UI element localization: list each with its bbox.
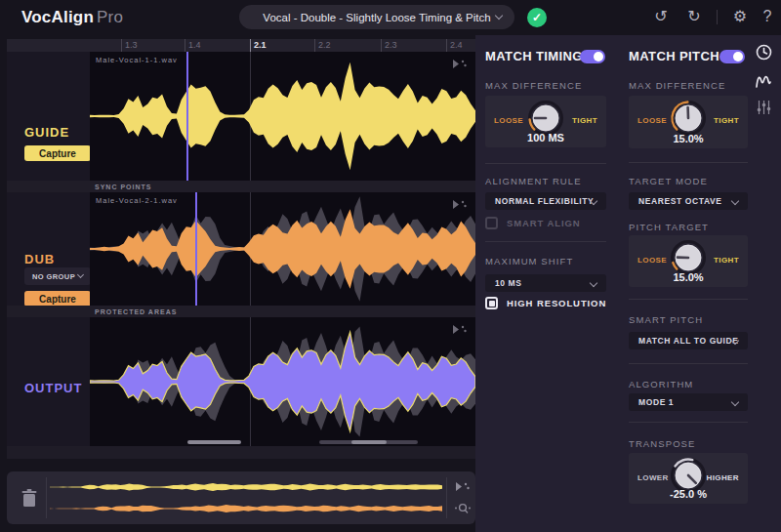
timeline-tick <box>250 39 251 52</box>
preset-dropdown[interactable]: Vocal - Double - Slightly Loose Timing &… <box>239 5 514 29</box>
loose-label: LOOSE <box>494 116 523 125</box>
timeline-tick <box>121 39 122 52</box>
timeline-tick-label: 2.1 <box>254 40 267 50</box>
target-mode-value: NEAREST OCTAVE <box>638 196 722 206</box>
dub-capture-button[interactable]: Capture <box>24 291 91 307</box>
guide-file-name: Male-Vocal-1-1.wav <box>96 56 178 64</box>
target-mode-label: TARGET MODE <box>629 176 708 186</box>
smart-pitch-value: MATCH ALL TO GUIDE <box>638 336 739 346</box>
knob-value: 15.0% <box>629 133 748 144</box>
chevron-down-icon <box>590 279 597 287</box>
overview-marker-icon[interactable] <box>455 480 471 493</box>
maximum-shift-dropdown[interactable]: 10 MS <box>485 274 606 292</box>
redo-button[interactable]: ↻ <box>683 7 705 26</box>
trash-icon[interactable] <box>20 488 39 509</box>
sliders-icon[interactable] <box>757 100 771 115</box>
pitch-max-difference-knob[interactable]: LOOSE TIGHT 15.0% <box>629 96 748 148</box>
loose-label: LOOSE <box>637 256 667 265</box>
timeline-tick-label: 2.3 <box>385 40 397 50</box>
smart-pitch-dropdown[interactable]: MATCH ALL TO GUIDE <box>629 332 748 349</box>
waveform-editor[interactable]: Male-Vocal-1-1.wav Male-Vocal-2-1.wav <box>90 52 475 446</box>
dub-waveform <box>90 192 475 306</box>
pitch-max-difference-label: MAX DIFFERENCE <box>629 80 725 91</box>
match-pitch-title: MATCH PITCH <box>629 49 719 63</box>
guide-track-label: GUIDE <box>24 125 69 140</box>
smart-pitch-label: SMART PITCH <box>629 314 703 325</box>
dub-group-dropdown[interactable]: NO GROUP <box>24 267 91 285</box>
horizontal-scrollbar-right[interactable] <box>319 440 418 444</box>
pitch-target-knob[interactable]: LOOSE TIGHT 15.0% <box>629 235 748 287</box>
top-bar: VocAlignPro Vocal - Double - Slightly Lo… <box>0 0 781 35</box>
timeline-ruler[interactable]: 1.31.42.12.22.32.4 <box>7 39 475 52</box>
alignment-rule-label: ALIGNMENT RULE <box>485 176 582 186</box>
undo-icon: ↺ <box>654 8 667 24</box>
guide-playhead[interactable] <box>186 52 188 181</box>
logo-primary: VocAlign <box>21 8 94 26</box>
timeline-tick-label: 2.4 <box>450 40 463 50</box>
track-label-column: GUIDE Capture DUB NO GROUP Capture OUTPU… <box>7 52 90 446</box>
settings-button[interactable]: ⚙ <box>729 7 751 26</box>
guide-track-options-icon[interactable] <box>452 58 468 70</box>
protected-areas-strip[interactable]: PROTECTED AREAS <box>7 306 475 317</box>
checkbox-icon <box>485 217 498 229</box>
sync-points-strip[interactable]: SYNC POINTS <box>7 181 475 192</box>
protected-areas-label: PROTECTED AREAS <box>95 308 177 315</box>
overview-zoom-icon[interactable] <box>454 502 472 515</box>
smart-align-checkbox[interactable]: SMART ALIGN <box>485 217 581 229</box>
algorithm-dropdown[interactable]: MODE 1 <box>629 393 748 411</box>
timeline-tick <box>185 39 185 52</box>
overview-guide-waveform[interactable] <box>50 477 442 497</box>
overview-panel <box>7 471 475 524</box>
pitch-curve-icon[interactable] <box>755 72 772 89</box>
overview-dub-waveform[interactable] <box>50 499 442 518</box>
dub-track-options-icon[interactable] <box>452 198 468 211</box>
history-clock-icon[interactable] <box>756 44 772 61</box>
alignment-rule-dropdown[interactable]: NORMAL FLEXIBILITY <box>485 192 606 210</box>
output-waveform <box>90 317 475 446</box>
chevron-down-icon <box>731 398 739 406</box>
chevron-down-icon <box>495 12 503 20</box>
sync-points-label: SYNC POINTS <box>95 184 151 190</box>
dub-group-value: NO GROUP <box>32 272 75 281</box>
overview-separator <box>446 477 447 518</box>
dub-playhead[interactable] <box>195 192 197 306</box>
overview-separator <box>46 477 47 518</box>
match-pitch-toggle[interactable] <box>719 50 745 63</box>
maximum-shift-label: MAXIMUM SHIFT <box>485 256 573 266</box>
section-divider <box>629 363 748 364</box>
app-logo: VocAlignPro <box>21 8 123 27</box>
toolbar-divider <box>717 10 718 24</box>
output-track-options-icon[interactable] <box>452 323 468 336</box>
transpose-label: TRANSPOSE <box>629 438 696 449</box>
high-resolution-label: HIGH RESOLUTION <box>507 298 606 308</box>
section-divider <box>485 163 606 164</box>
match-timing-title: MATCH TIMING <box>485 49 583 63</box>
tight-label: TIGHT <box>714 116 739 125</box>
timing-max-difference-label: MAX DIFFERENCE <box>485 80 582 91</box>
smart-align-label: SMART ALIGN <box>507 218 581 228</box>
chevron-down-icon <box>77 271 84 278</box>
transpose-knob[interactable]: LOWER HIGHER -25.0 % <box>629 453 748 504</box>
knob-value: -25.0 % <box>629 488 748 500</box>
redo-icon: ↻ <box>687 8 700 24</box>
timeline-tick-label: 1.4 <box>188 40 201 50</box>
undo-button[interactable]: ↺ <box>650 7 672 26</box>
timing-max-difference-knob[interactable]: LOOSE TIGHT 100 MS <box>485 96 606 147</box>
lower-label: LOWER <box>637 473 669 482</box>
algorithm-label: ALGORITHM <box>629 379 693 389</box>
target-mode-dropdown[interactable]: NEAREST OCTAVE <box>629 192 748 210</box>
high-resolution-checkbox[interactable]: HIGH RESOLUTION <box>485 297 606 309</box>
scrollbar-thumb[interactable] <box>351 440 387 444</box>
knob-value: 15.0% <box>629 271 748 283</box>
match-timing-toggle[interactable] <box>580 50 605 63</box>
pitch-target-label: PITCH TARGET <box>629 222 709 232</box>
timeline-tick <box>314 39 315 52</box>
help-button[interactable]: ? <box>757 7 778 26</box>
horizontal-scrollbar-left[interactable] <box>187 440 241 444</box>
guide-capture-button[interactable]: Capture <box>24 145 91 161</box>
section-divider <box>629 422 748 423</box>
section-divider <box>485 241 606 242</box>
timeline-tick-label: 1.3 <box>125 40 138 50</box>
preset-value: Vocal - Double - Slightly Loose Timing &… <box>263 12 490 23</box>
timeline-tick-label: 2.2 <box>318 40 331 50</box>
